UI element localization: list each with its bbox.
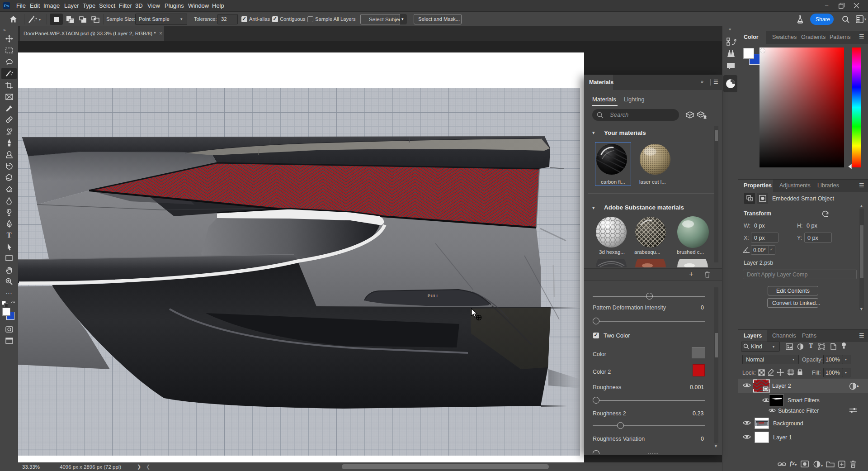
svg-text:PULL: PULL [428,294,439,298]
